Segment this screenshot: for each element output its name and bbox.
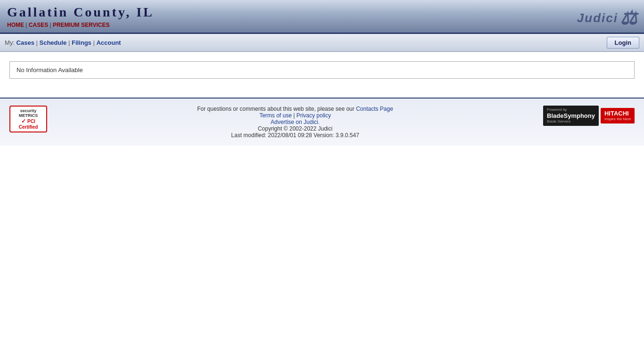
blade-symphony-badge: Powered by BladeSymphony Blade Servers (543, 106, 599, 126)
header-left: Gallatin County, IL HOME | CASES | PREMI… (7, 5, 154, 28)
my-schedule-link[interactable]: Schedule (40, 39, 67, 46)
home-link[interactable]: HOME (7, 22, 24, 28)
login-button[interactable]: Login (607, 37, 639, 49)
footer: security METRICS ✓ PCI Certified For que… (0, 98, 644, 146)
info-message-box: No Information Available (9, 61, 635, 79)
advertise-link[interactable]: Advertise on Judici. (271, 119, 320, 125)
footer-center: For questions or comments about this web… (47, 106, 543, 139)
header: Gallatin County, IL HOME | CASES | PREMI… (0, 0, 644, 34)
main-content: No Information Available (0, 52, 644, 88)
my-cases-link[interactable]: Cases (17, 39, 34, 46)
judici-logo: Judici ⚖ (577, 5, 637, 29)
footer-left: security METRICS ✓ PCI Certified (9, 106, 47, 132)
header-nav: HOME | CASES | PREMIUM SERVICES (7, 22, 154, 28)
footer-right: Powered by BladeSymphony Blade Servers H… (543, 106, 635, 126)
my-account-link[interactable]: Account (96, 39, 121, 46)
terms-link[interactable]: Terms of use (259, 112, 292, 119)
copyright-text: Copyright © 2002-2022 Judici (258, 125, 332, 132)
security-text: security (20, 108, 37, 113)
cases-link[interactable]: CASES (29, 22, 48, 28)
powered-by-text: Powered by (547, 107, 567, 112)
pci-certified: ✓ PCI Certified (13, 118, 43, 130)
sep-a: | (36, 39, 40, 46)
contact-text: For questions or comments about this web… (197, 106, 355, 112)
inspire-text: Inspire the Next (604, 117, 631, 122)
my-label: My: (5, 39, 15, 46)
judici-logo-text: Judici (577, 11, 618, 25)
site-title: Gallatin County, IL (7, 5, 154, 20)
sep-b: | (68, 39, 72, 46)
blade-symphony-text: BladeSymphony (547, 112, 595, 120)
hitachi-text: HITACHI (604, 110, 629, 117)
contacts-page-link[interactable]: Contacts Page (356, 106, 393, 112)
hitachi-badge: HITACHI Inspire the Next (601, 108, 635, 123)
my-filings-link[interactable]: Filings (72, 39, 91, 46)
security-metrics-text: security METRICS (13, 108, 43, 118)
check-icon: ✓ (21, 118, 26, 124)
info-message-text: No Information Available (17, 66, 83, 74)
my-nav: My: Cases | Schedule | Filings | Account… (0, 34, 644, 52)
privacy-link[interactable]: Privacy policy (297, 112, 331, 119)
blade-server-text: Blade Servers (547, 119, 570, 124)
premium-link[interactable]: PREMIUM SERVICES (53, 22, 109, 28)
security-badge: security METRICS ✓ PCI Certified (9, 106, 47, 132)
last-modified-text: Last modified: 2022/08/01 09:28 Version:… (231, 132, 359, 139)
metrics-text: METRICS (19, 113, 38, 118)
my-nav-left: My: Cases | Schedule | Filings | Account (5, 39, 121, 46)
judici-logo-icon: ⚖ (620, 7, 637, 29)
